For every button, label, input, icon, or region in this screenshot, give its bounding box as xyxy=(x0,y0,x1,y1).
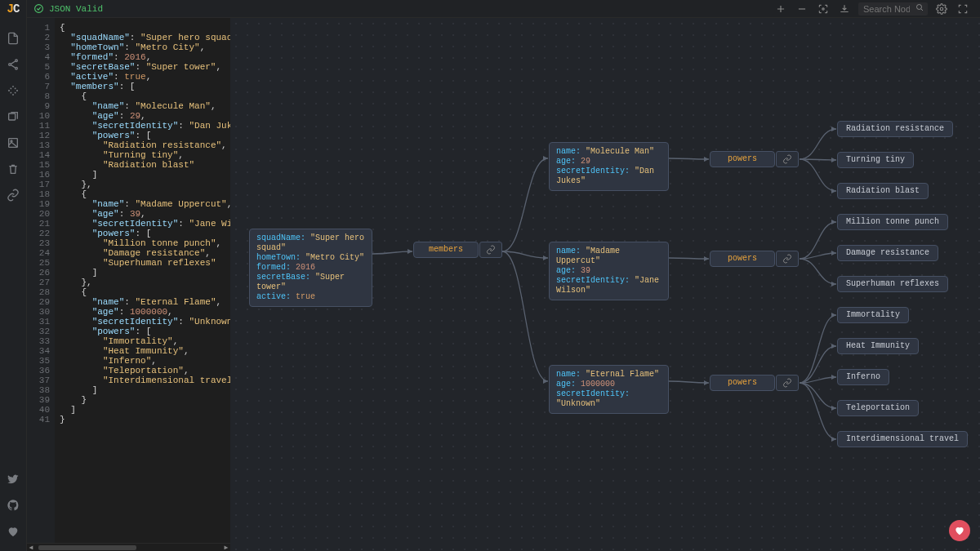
node-members[interactable]: members xyxy=(413,242,479,258)
svg-point-8 xyxy=(917,4,922,9)
leaf-0-1[interactable]: Turning tiny xyxy=(837,152,914,168)
search-icon xyxy=(915,2,924,12)
expand-handle[interactable] xyxy=(479,242,502,258)
svg-point-0 xyxy=(16,60,18,62)
svg-marker-15 xyxy=(831,189,836,193)
heart-outline-icon[interactable] xyxy=(5,523,21,540)
svg-marker-13 xyxy=(831,127,836,131)
leaf-0-0[interactable]: Radiation resistance xyxy=(837,121,953,137)
node-member-0[interactable]: name: "Molecule Man"age: 29secretIdentit… xyxy=(549,142,669,191)
node-root[interactable]: squadName: "Super hero squad"homeTown: "… xyxy=(249,229,372,307)
node-member-2[interactable]: name: "Eternal Flame"age: 1000000secretI… xyxy=(549,365,669,414)
leaf-1-2[interactable]: Superhuman reflexes xyxy=(837,276,948,292)
svg-point-1 xyxy=(9,64,11,66)
top-bar: JSON Valid xyxy=(27,0,980,18)
editor-scrollbar[interactable]: ◀ ▶ xyxy=(27,543,230,551)
status-text: JSON Valid xyxy=(49,4,103,14)
image-icon[interactable] xyxy=(5,135,21,151)
heart-icon xyxy=(954,525,965,536)
svg-marker-24 xyxy=(831,344,836,349)
tool-sidebar: JC xyxy=(0,0,27,551)
leaf-1-0[interactable]: Million tonne punch xyxy=(837,214,948,230)
svg-marker-21 xyxy=(543,379,548,384)
svg-marker-20 xyxy=(831,282,836,287)
fullscreen-icon[interactable] xyxy=(956,2,969,16)
svg-point-9 xyxy=(940,7,943,11)
svg-marker-19 xyxy=(831,251,836,256)
file-icon[interactable] xyxy=(5,30,21,47)
svg-marker-18 xyxy=(831,220,836,224)
svg-marker-22 xyxy=(704,380,709,385)
svg-rect-3 xyxy=(9,113,16,120)
node-powers-0[interactable]: powers xyxy=(710,151,775,167)
sponsor-button[interactable] xyxy=(949,520,970,541)
expand-handle[interactable] xyxy=(776,151,799,167)
svg-marker-16 xyxy=(543,256,548,260)
svg-marker-25 xyxy=(831,375,836,380)
svg-point-2 xyxy=(16,67,18,69)
scroll-thumb[interactable] xyxy=(38,545,136,550)
node-powers-2[interactable]: powers xyxy=(710,375,775,391)
download-icon[interactable] xyxy=(838,2,851,16)
check-circle-icon xyxy=(33,3,44,14)
expand-handle[interactable] xyxy=(776,251,799,267)
rotate-icon[interactable] xyxy=(5,82,21,99)
scroll-left-icon[interactable]: ◀ xyxy=(27,544,35,551)
graph-canvas[interactable]: squadName: "Super hero squad"homeTown: "… xyxy=(230,18,980,551)
scroll-right-icon[interactable]: ▶ xyxy=(222,544,230,551)
svg-marker-17 xyxy=(704,256,709,261)
svg-marker-12 xyxy=(704,157,709,162)
focus-icon[interactable] xyxy=(817,2,830,16)
line-gutter: 1234567891011121314151617181920212223242… xyxy=(27,18,55,543)
svg-marker-11 xyxy=(543,156,548,161)
svg-marker-26 xyxy=(831,406,836,411)
plus-icon[interactable] xyxy=(774,2,787,16)
github-icon[interactable] xyxy=(5,497,21,513)
expand-handle[interactable] xyxy=(776,375,799,391)
svg-marker-27 xyxy=(831,437,836,442)
search-wrap xyxy=(858,2,928,16)
leaf-2-0[interactable]: Immortality xyxy=(837,307,909,323)
share-icon[interactable] xyxy=(5,56,21,73)
delete-icon[interactable] xyxy=(5,161,21,177)
svg-marker-23 xyxy=(831,313,836,318)
svg-point-6 xyxy=(35,5,43,13)
leaf-2-1[interactable]: Heat Immunity xyxy=(837,338,919,354)
leaf-0-2[interactable]: Radiation blast xyxy=(837,183,929,199)
svg-marker-14 xyxy=(831,158,836,162)
node-member-1[interactable]: name: "Madame Uppercut"age: 39secretIden… xyxy=(549,242,669,300)
svg-marker-10 xyxy=(408,249,412,254)
leaf-2-3[interactable]: Teleportation xyxy=(837,400,919,416)
app-logo: JC xyxy=(7,2,20,16)
leaf-2-2[interactable]: Inferno xyxy=(837,369,889,385)
cards-icon[interactable] xyxy=(5,109,21,125)
svg-point-7 xyxy=(822,7,824,9)
json-status: JSON Valid xyxy=(33,3,103,14)
minus-icon[interactable] xyxy=(795,2,808,16)
node-powers-1[interactable]: powers xyxy=(710,251,775,267)
leaf-1-1[interactable]: Damage resistance xyxy=(837,245,938,261)
settings-icon[interactable] xyxy=(935,2,948,16)
json-editor[interactable]: 1234567891011121314151617181920212223242… xyxy=(27,18,230,543)
leaf-2-4[interactable]: Interdimensional travel xyxy=(837,431,968,447)
twitter-icon[interactable] xyxy=(5,471,21,487)
code-area[interactable]: { "squadName": "Super hero squad", "home… xyxy=(55,18,230,424)
link-icon[interactable] xyxy=(5,187,21,203)
